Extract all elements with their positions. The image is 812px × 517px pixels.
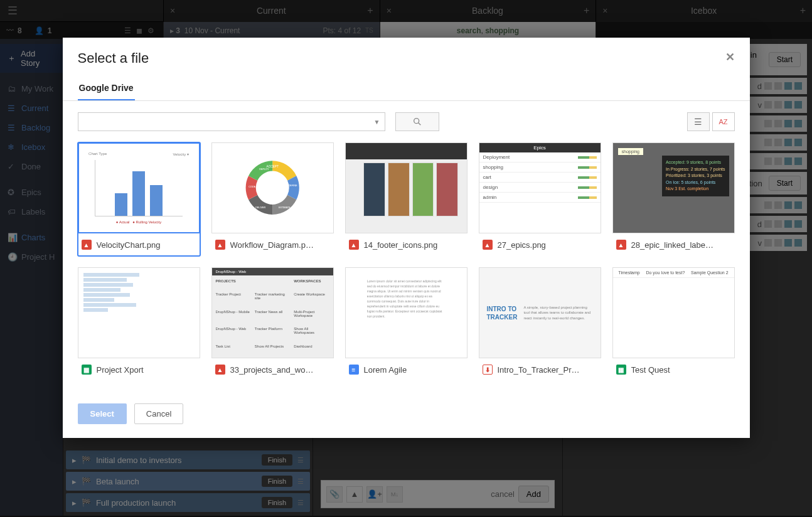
file-picker-modal: Select a file ✕ Google Drive ▼ ☰ AZ Char… — [63, 38, 750, 438]
sort-button[interactable]: AZ — [712, 112, 735, 131]
svg-point-0 — [414, 119, 419, 124]
search-button[interactable] — [395, 112, 439, 131]
file-name: 33_projects_and_wo… — [230, 365, 330, 375]
image-icon: ▲ — [349, 240, 359, 250]
file-item-epics[interactable]: EpicsDeploymentshoppingcartdesignadmin ▲… — [479, 142, 601, 256]
chevron-down-icon[interactable]: ▼ — [370, 119, 385, 125]
svg-text:DELIVER: DELIVER — [255, 206, 266, 209]
select-button[interactable]: Select — [78, 403, 127, 424]
file-item-project-xport[interactable]: ▦Project Xport — [78, 267, 200, 381]
file-name: 27_epics.png — [498, 240, 597, 250]
file-item-lorem-agile[interactable]: Lorem ipsum dolor sit amet consectetur a… — [345, 267, 467, 381]
file-item-workflow[interactable]: ACCEPT DEFINE ESTIMATE DELIVER CODE DEPL… — [211, 142, 334, 256]
view-toggle: ☰ AZ — [687, 112, 735, 131]
pdf-icon: ⬇ — [483, 365, 493, 375]
search-combo[interactable]: ▼ — [78, 112, 385, 131]
svg-text:DEFINE: DEFINE — [288, 185, 297, 188]
search-icon — [412, 117, 422, 127]
close-icon[interactable]: ✕ — [725, 50, 735, 64]
modal-title: Select a file — [78, 50, 149, 67]
image-icon: ▲ — [483, 240, 493, 250]
picker-toolbar: ▼ ☰ AZ — [63, 101, 750, 142]
file-name: 28_epic_linked_labe… — [631, 240, 731, 250]
image-icon: ▲ — [215, 365, 225, 375]
file-name: 14_footer_icons.png — [364, 240, 464, 250]
search-input[interactable] — [78, 117, 370, 127]
file-item-projects-workspaces[interactable]: DropNShop - WebPROJECTSWORKSPACESTracker… — [211, 267, 334, 381]
sheets-icon: ▦ — [82, 365, 92, 375]
file-name: Workflow_Diagram.p… — [230, 240, 330, 250]
svg-line-1 — [418, 123, 420, 125]
file-grid: Chart TypeVelocity ▾● Actual ● Rolling V… — [63, 142, 750, 393]
file-item-intro-tracker[interactable]: INTRO TOTRACKERA simple, story-based pro… — [479, 267, 601, 381]
image-icon: ▲ — [616, 240, 626, 250]
svg-text:ESTIMATE: ESTIMATE — [279, 206, 291, 209]
sheets-icon: ▦ — [616, 365, 626, 375]
file-name: Test Quest — [631, 365, 731, 375]
file-item-test-quest[interactable]: TimestampDo you love to test?Sample Ques… — [612, 267, 735, 381]
tab-google-drive[interactable]: Google Drive — [78, 77, 135, 100]
file-item-velocitychart[interactable]: Chart TypeVelocity ▾● Actual ● Rolling V… — [78, 142, 200, 256]
file-name: Lorem Agile — [364, 365, 464, 375]
file-item-footer-icons[interactable]: ▲14_footer_icons.png — [345, 142, 467, 256]
file-name: Intro_To_Tracker_Pr… — [498, 365, 597, 375]
modal-tabs: Google Drive — [63, 77, 750, 101]
image-icon: ▲ — [215, 240, 225, 250]
docs-icon: ≡ — [349, 365, 359, 375]
cancel-button[interactable]: Cancel — [134, 403, 183, 424]
image-icon: ▲ — [82, 240, 92, 250]
svg-text:CODE: CODE — [248, 186, 255, 188]
list-view-button[interactable]: ☰ — [687, 112, 710, 131]
file-name: VelocityChart.png — [97, 240, 196, 250]
file-name: Project Xport — [97, 365, 196, 375]
svg-text:DEPLOY: DEPLOY — [259, 168, 269, 171]
file-item-linked-labels[interactable]: shoppingAccepted: 9 stories, 8 pointsIn … — [612, 142, 735, 256]
modal-footer: Select Cancel — [63, 393, 750, 438]
modal-overlay: Select a file ✕ Google Drive ▼ ☰ AZ Char… — [0, 0, 812, 517]
